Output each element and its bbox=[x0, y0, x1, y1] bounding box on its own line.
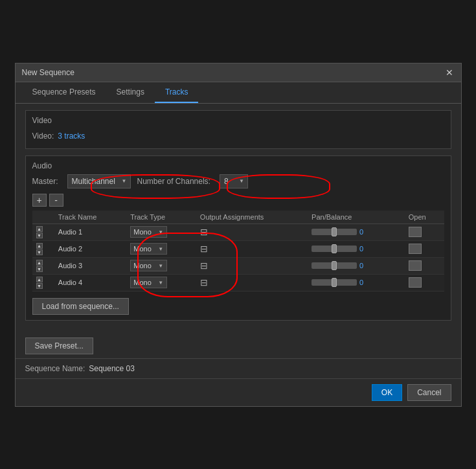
track-type-select[interactable]: Mono Stereo 5.1 7.1 bbox=[130, 277, 167, 288]
pan-slider-thumb[interactable] bbox=[332, 261, 337, 270]
remove-track-button[interactable]: - bbox=[49, 194, 63, 207]
pan-value: 0 bbox=[359, 262, 366, 269]
row-arrows: ▲ ▼ bbox=[32, 257, 54, 274]
arrow-up-btn[interactable]: ▲ bbox=[36, 277, 43, 282]
pan-value: 0 bbox=[359, 245, 366, 253]
video-tracks-row: Video: 3 tracks bbox=[32, 129, 444, 143]
track-type-cell: Mono Stereo 5.1 7.1 bbox=[126, 274, 196, 291]
open-button[interactable] bbox=[409, 227, 422, 237]
channels-label: Number of Channels: bbox=[137, 177, 210, 186]
video-section: Video Video: 3 tracks bbox=[25, 110, 451, 149]
open-cell bbox=[405, 223, 444, 240]
track-type-cell: Mono Stereo 5.1 7.1 bbox=[126, 240, 196, 257]
close-button[interactable]: ✕ bbox=[444, 67, 455, 78]
output-icon: ⊟ bbox=[200, 277, 208, 288]
col-track-name: Track Name bbox=[54, 211, 126, 224]
output-assignments-cell: ⊟ bbox=[196, 240, 308, 257]
arrow-up-btn[interactable]: ▲ bbox=[36, 243, 43, 249]
pan-slider-thumb[interactable] bbox=[332, 278, 337, 287]
channels-select-wrapper: 8 2 4 6 16 bbox=[220, 174, 248, 189]
arrow-up-btn[interactable]: ▲ bbox=[36, 260, 43, 266]
master-label: Master: bbox=[32, 177, 58, 186]
col-track-type: Track Type bbox=[126, 211, 196, 224]
tab-tracks[interactable]: Tracks bbox=[155, 82, 199, 103]
tracks-table: Track Name Track Type Output Assignments… bbox=[32, 211, 444, 292]
col-output: Output Assignments bbox=[196, 211, 308, 224]
track-type-select[interactable]: Mono Stereo 5.1 7.1 bbox=[130, 226, 167, 238]
pan-value: 0 bbox=[359, 279, 366, 286]
arrow-up-btn[interactable]: ▲ bbox=[36, 226, 43, 232]
table-row: ▲ ▼ Audio 3 Mono Stereo 5.1 7.1 ⊟ bbox=[32, 257, 444, 274]
save-preset-button[interactable]: Save Preset... bbox=[25, 337, 93, 354]
pan-balance-cell: 0 bbox=[308, 240, 405, 257]
col-open: Open bbox=[405, 211, 444, 224]
output-icon: ⊟ bbox=[200, 244, 208, 254]
pan-slider-track[interactable] bbox=[312, 246, 357, 252]
audio-section: Audio Master: Multichannel Stereo Mono N… bbox=[25, 155, 451, 321]
arrow-down-btn[interactable]: ▼ bbox=[36, 266, 43, 272]
track-name-cell: Audio 4 bbox=[54, 274, 126, 291]
pan-balance-cell: 0 bbox=[308, 274, 405, 291]
open-cell bbox=[405, 274, 444, 291]
tracks-table-wrapper: Track Name Track Type Output Assignments… bbox=[32, 211, 444, 292]
output-icon: ⊟ bbox=[200, 260, 208, 271]
track-name-cell: Audio 3 bbox=[54, 257, 126, 274]
pan-slider-track[interactable] bbox=[312, 262, 357, 269]
load-from-sequence-button[interactable]: Load from sequence... bbox=[32, 298, 129, 315]
cancel-button[interactable]: Cancel bbox=[407, 384, 451, 401]
output-assignments-cell: ⊟ bbox=[196, 274, 308, 291]
arrow-down-btn[interactable]: ▼ bbox=[36, 249, 43, 255]
open-cell bbox=[405, 240, 444, 257]
sequence-name-value: Sequence 03 bbox=[89, 364, 135, 373]
table-row: ▲ ▼ Audio 4 Mono Stereo 5.1 7.1 ⊟ bbox=[32, 274, 444, 291]
tracks-table-scroll[interactable]: Track Name Track Type Output Assignments… bbox=[32, 211, 444, 292]
tabs-bar: Sequence Presets Settings Tracks bbox=[16, 82, 461, 104]
dialog-title: New Sequence bbox=[22, 68, 74, 77]
row-arrows: ▲ ▼ bbox=[32, 240, 54, 257]
col-arrows bbox=[32, 211, 54, 224]
audio-section-title: Audio bbox=[32, 161, 444, 170]
channels-select[interactable]: 8 2 4 6 16 bbox=[220, 174, 248, 189]
dialog-footer: OK Cancel bbox=[16, 378, 461, 406]
audio-controls-row: Master: Multichannel Stereo Mono Number … bbox=[32, 174, 444, 189]
open-cell bbox=[405, 257, 444, 274]
track-type-select[interactable]: Mono Stereo 5.1 7.1 bbox=[130, 260, 167, 271]
tab-settings[interactable]: Settings bbox=[106, 82, 155, 103]
output-assignments-cell: ⊟ bbox=[196, 257, 308, 274]
bottom-bar: Sequence Name: Sequence 03 bbox=[16, 358, 461, 378]
save-preset-row: Save Preset... bbox=[16, 334, 461, 358]
track-name-cell: Audio 1 bbox=[54, 223, 126, 240]
open-button[interactable] bbox=[409, 277, 422, 288]
pan-slider-thumb[interactable] bbox=[332, 227, 337, 236]
arrow-down-btn[interactable]: ▼ bbox=[36, 283, 43, 289]
new-sequence-dialog: New Sequence ✕ Sequence Presets Settings… bbox=[15, 63, 462, 407]
arrow-down-btn[interactable]: ▼ bbox=[36, 233, 43, 238]
pan-slider-track[interactable] bbox=[312, 229, 357, 235]
pan-slider-track[interactable] bbox=[312, 279, 357, 286]
output-assignments-cell: ⊟ bbox=[196, 223, 308, 240]
open-button[interactable] bbox=[409, 260, 422, 271]
video-section-title: Video bbox=[32, 116, 444, 125]
track-type-cell: Mono Stereo 5.1 7.1 bbox=[126, 223, 196, 240]
output-icon: ⊟ bbox=[200, 227, 208, 237]
title-bar: New Sequence ✕ bbox=[16, 63, 461, 82]
add-remove-row: + - bbox=[32, 194, 444, 207]
tab-sequence-presets[interactable]: Sequence Presets bbox=[22, 82, 106, 103]
table-row: ▲ ▼ Audio 2 Mono Stereo 5.1 7.1 ⊟ bbox=[32, 240, 444, 257]
pan-balance-cell: 0 bbox=[308, 257, 405, 274]
table-row: ▲ ▼ Audio 1 Mono Stereo 5.1 7.1 ⊟ bbox=[32, 223, 444, 240]
track-name-cell: Audio 2 bbox=[54, 240, 126, 257]
add-track-button[interactable]: + bbox=[32, 194, 47, 207]
pan-balance-cell: 0 bbox=[308, 223, 405, 240]
ok-button[interactable]: OK bbox=[372, 384, 402, 401]
master-select[interactable]: Multichannel Stereo Mono bbox=[67, 174, 131, 189]
video-tracks-label: Video: bbox=[32, 132, 54, 141]
video-tracks-value: 3 tracks bbox=[58, 132, 85, 141]
row-arrows: ▲ ▼ bbox=[32, 223, 54, 240]
col-pan: Pan/Balance bbox=[308, 211, 405, 224]
track-type-cell: Mono Stereo 5.1 7.1 bbox=[126, 257, 196, 274]
pan-slider-thumb[interactable] bbox=[332, 244, 337, 253]
pan-value: 0 bbox=[359, 228, 366, 236]
open-button[interactable] bbox=[409, 244, 422, 254]
track-type-select[interactable]: Mono Stereo 5.1 7.1 bbox=[130, 243, 167, 255]
